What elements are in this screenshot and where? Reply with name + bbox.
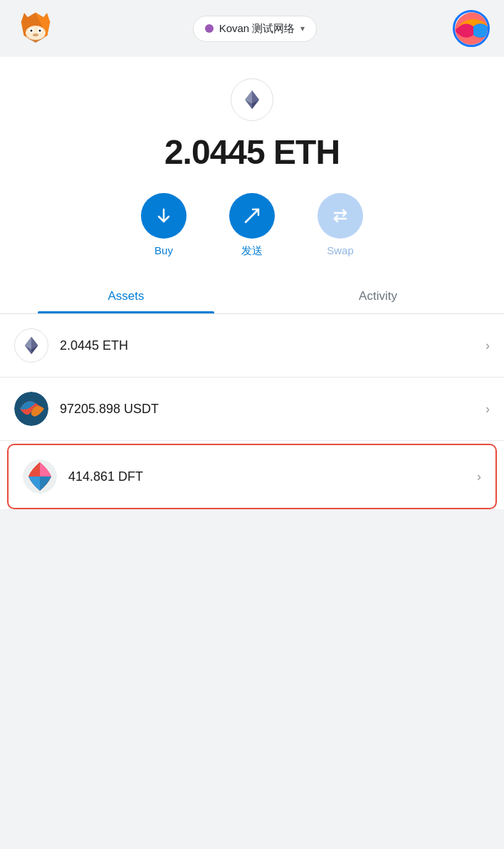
eth-asset-icon bbox=[14, 328, 48, 363]
eth-chevron-icon: › bbox=[485, 338, 490, 353]
eth-amount: 2.0445 ETH bbox=[60, 338, 485, 353]
header: Kovan 测试网络 ▾ bbox=[0, 0, 504, 57]
avatar-image bbox=[455, 12, 488, 45]
send-label: 发送 bbox=[241, 244, 263, 258]
eth-logo-circle bbox=[231, 78, 273, 121]
network-name: Kovan 测试网络 bbox=[219, 22, 295, 36]
asset-list: 2.0445 ETH › 97205.898 USDT › bbox=[0, 314, 504, 509]
eth-icon-section bbox=[0, 78, 504, 121]
dft-asset-icon bbox=[23, 459, 57, 494]
network-status-dot bbox=[205, 24, 214, 33]
account-avatar[interactable] bbox=[453, 10, 490, 47]
asset-item-eth[interactable]: 2.0445 ETH › bbox=[0, 314, 504, 377]
swap-action[interactable]: Swap bbox=[317, 193, 363, 258]
tabs-container: Assets Activity bbox=[0, 279, 504, 314]
svg-marker-18 bbox=[31, 337, 38, 349]
action-buttons: Buy 发送 Swap bbox=[0, 193, 504, 258]
send-icon bbox=[242, 206, 262, 226]
buy-icon bbox=[154, 206, 174, 226]
buy-label: Buy bbox=[154, 244, 173, 256]
network-selector[interactable]: Kovan 测试网络 ▾ bbox=[193, 16, 317, 42]
tab-assets-label: Assets bbox=[107, 289, 144, 303]
svg-marker-14 bbox=[252, 90, 259, 103]
swap-button[interactable] bbox=[317, 193, 363, 239]
svg-point-5 bbox=[26, 26, 46, 40]
svg-point-10 bbox=[33, 33, 38, 36]
usdt-chevron-icon: › bbox=[485, 402, 490, 417]
buy-button[interactable] bbox=[141, 193, 187, 239]
ethereum-diamond-icon bbox=[241, 88, 263, 111]
dft-chevron-icon: › bbox=[477, 469, 481, 484]
tab-assets[interactable]: Assets bbox=[0, 279, 252, 313]
buy-action[interactable]: Buy bbox=[141, 193, 187, 258]
metamask-logo bbox=[14, 7, 57, 50]
tab-activity-label: Activity bbox=[359, 289, 397, 303]
swap-icon bbox=[330, 206, 350, 226]
svg-point-8 bbox=[31, 30, 33, 32]
balance-amount: 2.0445 ETH bbox=[164, 133, 340, 171]
asset-item-dft-highlighted-container: 414.861 DFT › bbox=[7, 444, 497, 509]
svg-point-9 bbox=[39, 30, 41, 32]
tab-activity[interactable]: Activity bbox=[252, 279, 504, 313]
asset-item-usdt[interactable]: 97205.898 USDT › bbox=[0, 377, 504, 441]
swap-label: Swap bbox=[327, 244, 354, 256]
balance-section: 2.0445 ETH bbox=[0, 132, 504, 172]
send-action[interactable]: 发送 bbox=[229, 193, 275, 258]
send-button[interactable] bbox=[229, 193, 275, 239]
dft-amount: 414.861 DFT bbox=[68, 469, 477, 484]
asset-item-dft[interactable]: 414.861 DFT › bbox=[9, 445, 495, 508]
usdt-asset-icon bbox=[14, 392, 48, 426]
chevron-down-icon: ▾ bbox=[300, 24, 305, 33]
main-content: 2.0445 ETH Buy 发送 bbox=[0, 57, 504, 509]
usdt-amount: 97205.898 USDT bbox=[60, 402, 485, 417]
